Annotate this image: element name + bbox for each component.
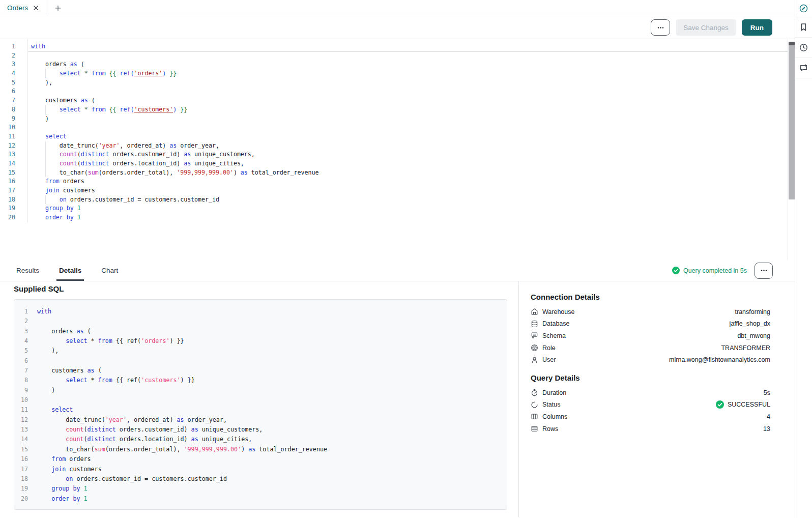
status-row: StatusSUCCESSFUL <box>531 399 770 411</box>
code-line: group by 1 <box>31 204 795 213</box>
history-icon <box>799 43 808 52</box>
results-tabs: ResultsDetailsChart <box>14 260 135 281</box>
code-line: ) <box>37 386 327 395</box>
supplied-sql-title: Supplied SQL <box>14 284 518 294</box>
line-number: 18 <box>0 195 15 205</box>
indent-guide <box>45 150 46 159</box>
warehouse-value: transforming <box>735 308 770 315</box>
rows-label: Rows <box>542 425 558 433</box>
bookmark-icon <box>799 23 808 32</box>
sql-editor[interactable]: 1234567891011121314151617181920 with ord… <box>0 39 795 260</box>
status-label: Status <box>542 401 560 408</box>
warehouse-label: Warehouse <box>542 308 574 315</box>
tab-orders[interactable]: Orders <box>0 0 46 16</box>
user-label: User <box>542 356 556 363</box>
warehouse-row: Warehousetransforming <box>531 306 770 318</box>
code-line: count(distinct orders.customer_id) as un… <box>37 425 327 435</box>
indent-guide <box>45 69 46 78</box>
editor-scrollbar[interactable] <box>788 39 795 260</box>
code-line: orders as ( <box>31 60 795 69</box>
tab-chart[interactable]: Chart <box>99 260 121 281</box>
line-number: 11 <box>0 132 15 141</box>
database-icon <box>531 320 538 328</box>
line-number: 16 <box>0 177 15 186</box>
code-line: from orders <box>31 177 795 186</box>
code-line: group by 1 <box>37 484 327 494</box>
duration-value: 5s <box>764 389 770 396</box>
query-details-title: Query Details <box>531 373 770 383</box>
supplied-sql-line-numbers: 1234567891011121314151617181920 <box>14 307 28 509</box>
line-number: 8 <box>14 376 28 385</box>
tab-details[interactable]: Details <box>56 260 84 281</box>
rows-row: Rows13 <box>531 423 770 435</box>
code-line <box>37 356 327 366</box>
run-button[interactable]: Run <box>742 19 772 36</box>
line-number: 5 <box>0 78 15 88</box>
role-label: Role <box>542 344 556 352</box>
code-line: count(distinct orders.location_id) as un… <box>37 435 327 444</box>
editor-code[interactable]: with orders as ( select * from {{ ref('o… <box>27 39 795 222</box>
tab-results[interactable]: Results <box>14 260 42 281</box>
query-status: Query completed in 5s <box>672 267 747 274</box>
main-area: Orders Save Changes Run 1234567891011121… <box>0 0 795 518</box>
code-line: count(distinct orders.location_id) as un… <box>31 159 795 168</box>
code-line <box>37 316 327 326</box>
code-line: orders as ( <box>37 327 327 336</box>
code-line: order by 1 <box>31 213 795 222</box>
line-number: 1 <box>0 42 15 51</box>
code-line: from orders <box>37 454 327 464</box>
duration-label: Duration <box>542 389 566 396</box>
indent-guide <box>45 168 46 178</box>
line-number: 20 <box>14 494 28 504</box>
code-line: on orders.customer_id = customers.custom… <box>31 195 795 205</box>
schema-label: Schema <box>542 332 566 339</box>
more-options-button[interactable] <box>651 19 670 36</box>
code-line: date_trunc('year', ordered_at) as order_… <box>37 415 327 425</box>
line-number: 17 <box>14 465 28 474</box>
code-line: ) <box>31 114 795 124</box>
rail-compass-button[interactable] <box>795 0 812 17</box>
connection-details-title: Connection Details <box>531 293 770 302</box>
code-line <box>37 395 327 405</box>
line-number: 9 <box>0 114 15 124</box>
duration-row: Duration5s <box>531 387 770 399</box>
line-number: 12 <box>14 415 28 425</box>
line-number: 6 <box>14 356 28 366</box>
columns-value: 4 <box>767 413 770 420</box>
line-number: 3 <box>14 327 28 336</box>
rail-history-button[interactable] <box>795 38 812 58</box>
code-line: select * from {{ ref('orders') }} <box>37 336 327 346</box>
code-line: order by 1 <box>37 494 327 504</box>
supplied-sql-pane: Supplied SQL 123456789101112131415161718… <box>0 281 519 517</box>
editor-toolbar: Save Changes Run <box>0 16 795 39</box>
new-tab-button[interactable] <box>50 0 66 16</box>
line-number: 2 <box>0 51 15 61</box>
indent-guide <box>45 159 46 168</box>
user-icon <box>531 356 538 364</box>
right-rail <box>795 0 812 518</box>
line-number: 17 <box>0 186 15 195</box>
scrollbar-thumb[interactable] <box>789 45 795 199</box>
line-number: 14 <box>14 435 28 444</box>
role-value: TRANSFORMER <box>721 344 770 352</box>
line-number: 14 <box>0 159 15 168</box>
scrollbar-thumb-cap[interactable] <box>789 42 795 45</box>
code-line: date_trunc('year', ordered_at) as order_… <box>31 141 795 151</box>
status-value: SUCCESSFUL <box>728 401 770 408</box>
save-changes-button[interactable]: Save Changes <box>676 19 736 36</box>
line-number: 7 <box>14 366 28 376</box>
connection-details-rows: WarehousetransformingDatabasejaffle_shop… <box>531 306 770 366</box>
role-icon <box>531 344 538 352</box>
database-value: jaffle_shop_dx <box>730 320 770 327</box>
code-line: select * from {{ ref('customers') }} <box>31 105 795 114</box>
close-icon[interactable] <box>33 5 39 11</box>
active-line-underline <box>28 51 788 52</box>
results-more-button[interactable] <box>755 263 773 279</box>
code-line: count(distinct orders.customer_id) as un… <box>31 150 795 159</box>
database-label: Database <box>542 320 570 327</box>
warehouse-icon <box>531 308 538 315</box>
compass-icon <box>799 4 808 13</box>
rail-bookmark-button[interactable] <box>795 17 812 38</box>
supplied-sql-code: with orders as ( select * from {{ ref('o… <box>28 307 327 509</box>
rail-feedback-button[interactable] <box>795 58 812 78</box>
